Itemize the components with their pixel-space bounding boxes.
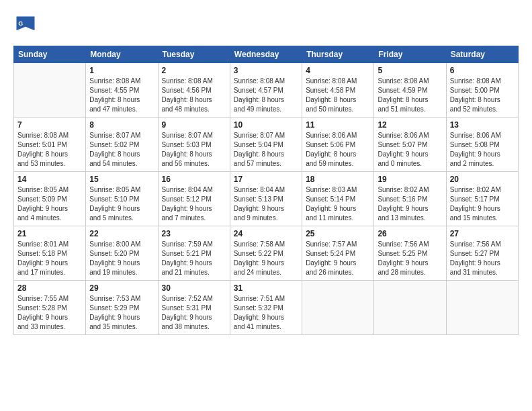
- day-number: 15: [89, 175, 154, 184]
- day-number: 7: [17, 120, 82, 130]
- day-info: Sunrise: 8:08 AMSunset: 4:59 PMDaylight:…: [378, 77, 442, 114]
- day-number: 18: [306, 175, 370, 184]
- calendar-cell: 15Sunrise: 8:05 AMSunset: 5:10 PMDayligh…: [86, 172, 158, 226]
- week-row: 28Sunrise: 7:55 AMSunset: 5:28 PMDayligh…: [14, 281, 519, 335]
- day-info: Sunrise: 7:56 AMSunset: 5:27 PMDaylight:…: [450, 240, 515, 277]
- day-number: 12: [378, 120, 442, 130]
- svg-text:G: G: [18, 20, 23, 27]
- day-number: 6: [450, 66, 515, 75]
- calendar-cell: 21Sunrise: 8:01 AMSunset: 5:18 PMDayligh…: [14, 226, 86, 281]
- logo: G: [13, 13, 40, 38]
- weekday-header: Monday: [86, 46, 158, 63]
- calendar-cell: 23Sunrise: 7:59 AMSunset: 5:21 PMDayligh…: [158, 226, 230, 281]
- day-info: Sunrise: 7:58 AMSunset: 5:22 PMDaylight:…: [234, 240, 298, 277]
- day-info: Sunrise: 8:06 AMSunset: 5:06 PMDaylight:…: [306, 131, 370, 169]
- day-info: Sunrise: 8:04 AMSunset: 5:13 PMDaylight:…: [234, 185, 298, 223]
- calendar-cell: 19Sunrise: 8:02 AMSunset: 5:16 PMDayligh…: [374, 172, 446, 226]
- day-info: Sunrise: 7:51 AMSunset: 5:32 PMDaylight:…: [234, 294, 298, 332]
- day-number: 1: [89, 66, 154, 75]
- day-number: 14: [17, 175, 82, 184]
- day-number: 29: [89, 283, 154, 293]
- calendar-cell: 11Sunrise: 8:06 AMSunset: 5:06 PMDayligh…: [302, 118, 374, 172]
- header: G: [13, 13, 519, 38]
- day-info: Sunrise: 8:02 AMSunset: 5:17 PMDaylight:…: [450, 185, 515, 223]
- calendar: SundayMondayTuesdayWednesdayThursdayFrid…: [13, 46, 519, 335]
- day-info: Sunrise: 8:08 AMSunset: 4:57 PMDaylight:…: [234, 77, 298, 114]
- calendar-cell: 14Sunrise: 8:05 AMSunset: 5:09 PMDayligh…: [14, 172, 86, 226]
- day-info: Sunrise: 7:53 AMSunset: 5:29 PMDaylight:…: [89, 294, 154, 332]
- calendar-cell: 25Sunrise: 7:57 AMSunset: 5:24 PMDayligh…: [302, 226, 374, 281]
- calendar-cell: 26Sunrise: 7:56 AMSunset: 5:25 PMDayligh…: [374, 226, 446, 281]
- day-info: Sunrise: 8:05 AMSunset: 5:09 PMDaylight:…: [17, 185, 82, 223]
- day-info: Sunrise: 8:06 AMSunset: 5:08 PMDaylight:…: [450, 131, 515, 169]
- calendar-cell: 9Sunrise: 8:07 AMSunset: 5:03 PMDaylight…: [158, 118, 230, 172]
- day-info: Sunrise: 8:07 AMSunset: 5:03 PMDaylight:…: [162, 131, 226, 169]
- calendar-cell: 31Sunrise: 7:51 AMSunset: 5:32 PMDayligh…: [230, 281, 302, 335]
- day-info: Sunrise: 8:03 AMSunset: 5:14 PMDaylight:…: [306, 185, 370, 223]
- week-row: 14Sunrise: 8:05 AMSunset: 5:09 PMDayligh…: [14, 172, 519, 226]
- calendar-cell: 6Sunrise: 8:08 AMSunset: 5:00 PMDaylight…: [446, 63, 518, 118]
- calendar-cell: 7Sunrise: 8:08 AMSunset: 5:01 PMDaylight…: [14, 118, 86, 172]
- day-info: Sunrise: 7:57 AMSunset: 5:24 PMDaylight:…: [306, 240, 370, 277]
- day-number: 31: [234, 283, 298, 293]
- day-number: 26: [378, 229, 442, 238]
- calendar-cell: 20Sunrise: 8:02 AMSunset: 5:17 PMDayligh…: [446, 172, 518, 226]
- calendar-cell: 1Sunrise: 8:08 AMSunset: 4:55 PMDaylight…: [86, 63, 158, 118]
- calendar-cell: [302, 281, 374, 335]
- day-number: 8: [89, 120, 154, 130]
- weekday-header: Sunday: [14, 46, 86, 63]
- day-number: 2: [162, 66, 226, 75]
- day-info: Sunrise: 8:07 AMSunset: 5:04 PMDaylight:…: [234, 131, 298, 169]
- calendar-cell: 10Sunrise: 8:07 AMSunset: 5:04 PMDayligh…: [230, 118, 302, 172]
- calendar-cell: 30Sunrise: 7:52 AMSunset: 5:31 PMDayligh…: [158, 281, 230, 335]
- day-info: Sunrise: 7:52 AMSunset: 5:31 PMDaylight:…: [162, 294, 226, 332]
- calendar-cell: [14, 63, 86, 118]
- calendar-cell: [374, 281, 446, 335]
- day-info: Sunrise: 8:08 AMSunset: 5:00 PMDaylight:…: [450, 77, 515, 114]
- calendar-cell: 27Sunrise: 7:56 AMSunset: 5:27 PMDayligh…: [446, 226, 518, 281]
- day-info: Sunrise: 7:56 AMSunset: 5:25 PMDaylight:…: [378, 240, 442, 277]
- header-row: SundayMondayTuesdayWednesdayThursdayFrid…: [14, 46, 519, 63]
- day-number: 30: [162, 283, 226, 293]
- calendar-cell: 13Sunrise: 8:06 AMSunset: 5:08 PMDayligh…: [446, 118, 518, 172]
- day-info: Sunrise: 8:08 AMSunset: 5:01 PMDaylight:…: [17, 131, 82, 169]
- day-number: 20: [450, 175, 515, 184]
- calendar-cell: 12Sunrise: 8:06 AMSunset: 5:07 PMDayligh…: [374, 118, 446, 172]
- week-row: 1Sunrise: 8:08 AMSunset: 4:55 PMDaylight…: [14, 63, 519, 118]
- week-row: 7Sunrise: 8:08 AMSunset: 5:01 PMDaylight…: [14, 118, 519, 172]
- day-info: Sunrise: 8:08 AMSunset: 4:55 PMDaylight:…: [89, 77, 154, 114]
- day-info: Sunrise: 8:07 AMSunset: 5:02 PMDaylight:…: [89, 131, 154, 169]
- calendar-cell: 24Sunrise: 7:58 AMSunset: 5:22 PMDayligh…: [230, 226, 302, 281]
- weekday-header: Tuesday: [158, 46, 230, 63]
- day-number: 28: [17, 283, 82, 293]
- day-number: 27: [450, 229, 515, 238]
- calendar-cell: 18Sunrise: 8:03 AMSunset: 5:14 PMDayligh…: [302, 172, 374, 226]
- day-info: Sunrise: 8:04 AMSunset: 5:12 PMDaylight:…: [162, 185, 226, 223]
- calendar-cell: 8Sunrise: 8:07 AMSunset: 5:02 PMDaylight…: [86, 118, 158, 172]
- day-number: 5: [378, 66, 442, 75]
- day-number: 23: [162, 229, 226, 238]
- day-info: Sunrise: 8:08 AMSunset: 4:56 PMDaylight:…: [162, 77, 226, 114]
- day-info: Sunrise: 8:01 AMSunset: 5:18 PMDaylight:…: [17, 240, 82, 277]
- day-info: Sunrise: 7:55 AMSunset: 5:28 PMDaylight:…: [17, 294, 82, 332]
- day-number: 17: [234, 175, 298, 184]
- weekday-header: Friday: [374, 46, 446, 63]
- day-number: 25: [306, 229, 370, 238]
- day-number: 9: [162, 120, 226, 130]
- calendar-cell: 16Sunrise: 8:04 AMSunset: 5:12 PMDayligh…: [158, 172, 230, 226]
- day-number: 11: [306, 120, 370, 130]
- day-number: 13: [450, 120, 515, 130]
- calendar-cell: 29Sunrise: 7:53 AMSunset: 5:29 PMDayligh…: [86, 281, 158, 335]
- weekday-header: Wednesday: [230, 46, 302, 63]
- calendar-cell: 17Sunrise: 8:04 AMSunset: 5:13 PMDayligh…: [230, 172, 302, 226]
- day-info: Sunrise: 8:02 AMSunset: 5:16 PMDaylight:…: [378, 185, 442, 223]
- day-number: 4: [306, 66, 370, 75]
- calendar-cell: 5Sunrise: 8:08 AMSunset: 4:59 PMDaylight…: [374, 63, 446, 118]
- day-info: Sunrise: 7:59 AMSunset: 5:21 PMDaylight:…: [162, 240, 226, 277]
- calendar-cell: [446, 281, 518, 335]
- day-info: Sunrise: 8:06 AMSunset: 5:07 PMDaylight:…: [378, 131, 442, 169]
- day-number: 19: [378, 175, 442, 184]
- day-number: 21: [17, 229, 82, 238]
- day-number: 22: [89, 229, 154, 238]
- calendar-cell: 3Sunrise: 8:08 AMSunset: 4:57 PMDaylight…: [230, 63, 302, 118]
